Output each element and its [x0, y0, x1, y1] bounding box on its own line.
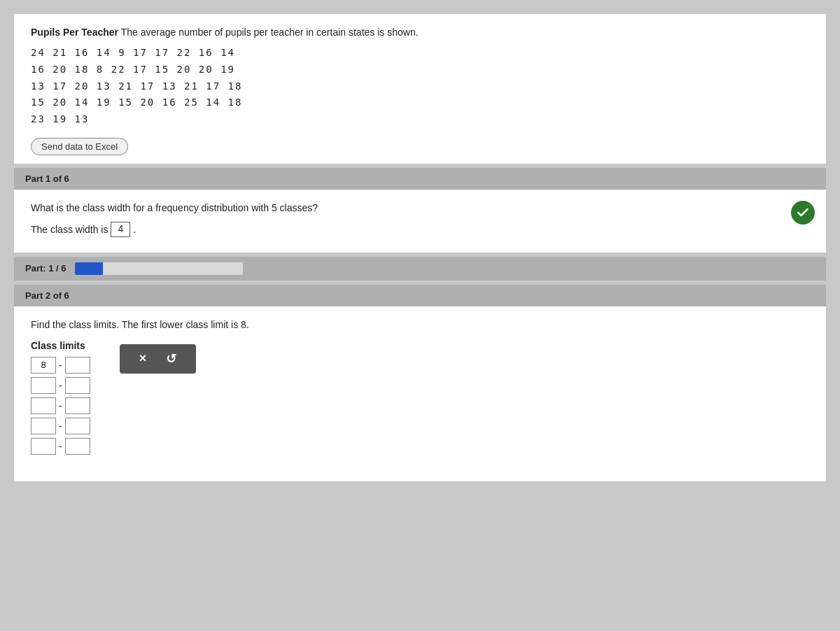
class-row-2: -	[31, 377, 90, 394]
part2-content: Find the class limits. The first lower c…	[14, 306, 826, 481]
answer-suffix: .	[133, 224, 136, 235]
data-row-3: 13 17 20 13 21 17 13 21 17 18	[31, 78, 809, 95]
class-input-2-right[interactable]	[65, 377, 90, 394]
class-row-3: -	[31, 397, 90, 414]
class-input-1-right[interactable]	[65, 357, 90, 374]
class-input-2-left[interactable]	[31, 377, 56, 394]
class-input-1-left[interactable]	[31, 357, 56, 374]
problem-title: Pupils Per Teacher	[31, 27, 118, 38]
class-limits-row: Class limits - -	[31, 340, 809, 462]
class-input-5-left[interactable]	[31, 438, 56, 455]
clear-button[interactable]: ×	[139, 351, 147, 366]
class-row-5: -	[31, 438, 90, 455]
class-input-3-right[interactable]	[65, 397, 90, 414]
data-row-5: 23 19 13	[31, 111, 809, 128]
class-limits-area: Class limits - -	[31, 340, 90, 462]
problem-description: The average number of pupils per teacher…	[121, 27, 419, 38]
class-row-4: -	[31, 418, 90, 434]
class-dash-5: -	[59, 441, 62, 452]
send-excel-button[interactable]: Send data to Excel	[31, 138, 128, 155]
part1-header-label: Part 1 of 6	[25, 173, 69, 184]
part2-find-text: Find the class limits. The first lower c…	[31, 319, 809, 330]
progress-bar-fill	[75, 262, 104, 275]
part1-content: What is the class width for a frequency …	[14, 190, 826, 253]
data-row-4: 15 20 14 19 15 20 16 25 14 18	[31, 94, 809, 111]
class-dash-4: -	[59, 420, 62, 432]
answer-prefix: The class width is	[31, 224, 108, 235]
class-input-3-left[interactable]	[31, 397, 56, 414]
check-circle	[791, 201, 815, 225]
class-input-4-right[interactable]	[65, 418, 90, 434]
progress-bar-section: Part: 1 / 6	[14, 257, 826, 281]
check-icon	[796, 206, 810, 220]
refresh-button[interactable]: ↺	[166, 351, 176, 367]
class-input-5-right[interactable]	[65, 438, 90, 455]
class-dash-1: -	[59, 360, 62, 371]
class-input-4-left[interactable]	[31, 418, 56, 434]
progress-bar-track	[75, 262, 243, 275]
part1-answer-line: The class width is 4 .	[31, 222, 809, 237]
part1-header: Part 1 of 6	[14, 168, 826, 190]
part2-header: Part 2 of 6	[14, 285, 826, 306]
part2-header-label: Part 2 of 6	[25, 290, 69, 301]
class-row-1: -	[31, 357, 90, 374]
main-container: Pupils Per Teacher The average number of…	[14, 14, 826, 481]
action-buttons-box: × ↺	[120, 344, 197, 374]
answer-value: 4	[111, 222, 130, 237]
class-dash-3: -	[59, 400, 62, 411]
class-dash-2: -	[59, 380, 62, 391]
data-rows: 24 21 16 14 9 17 17 22 16 14 16 20 18 8 …	[31, 45, 809, 128]
data-row-1: 24 21 16 14 9 17 17 22 16 14	[31, 45, 809, 62]
problem-header: Pupils Per Teacher The average number of…	[14, 14, 826, 164]
progress-label: Part: 1 / 6	[25, 263, 66, 274]
class-limits-label: Class limits	[31, 340, 90, 351]
data-row-2: 16 20 18 8 22 17 15 20 20 19	[31, 62, 809, 78]
class-limits-table: - - -	[31, 357, 90, 455]
part1-question: What is the class width for a frequency …	[31, 202, 809, 213]
